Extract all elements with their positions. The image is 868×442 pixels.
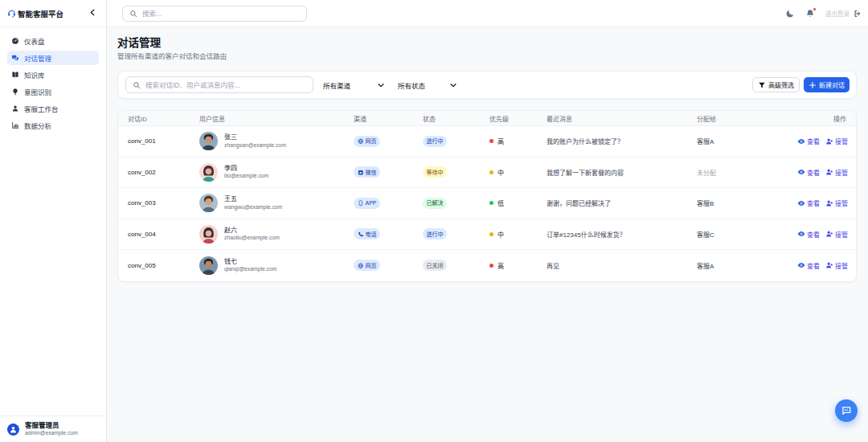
admin-avatar bbox=[7, 424, 19, 436]
actions-cell: 查看接管 bbox=[797, 137, 848, 145]
actions-cell: 查看接管 bbox=[797, 168, 848, 177]
column-header: 最近消息 bbox=[547, 114, 697, 123]
sidebar-logo-row: 智能客服平台 bbox=[0, 0, 106, 27]
sidebar-user[interactable]: 客服管理员 admin@example.com bbox=[0, 415, 106, 442]
logout-button[interactable]: 退出登录 bbox=[825, 9, 862, 18]
status-cell: 进行中 bbox=[423, 228, 489, 239]
sidebar-item-3[interactable]: 知识库 bbox=[7, 68, 99, 82]
eye-icon bbox=[797, 168, 805, 176]
priority-cell: 高 bbox=[489, 261, 547, 270]
takeover-button[interactable]: 接管 bbox=[825, 230, 848, 239]
column-header: 操作 bbox=[797, 114, 846, 123]
status-cell: 进行中 bbox=[423, 136, 489, 147]
status-badge: 已解决 bbox=[423, 198, 447, 209]
view-button[interactable]: 查看 bbox=[797, 198, 820, 207]
view-button[interactable]: 查看 bbox=[797, 137, 820, 145]
sidebar-item-label: 数据分析 bbox=[24, 121, 51, 130]
user-plus-icon bbox=[825, 261, 833, 269]
dark-mode-toggle[interactable] bbox=[785, 9, 795, 18]
lightbulb-icon bbox=[11, 88, 19, 96]
sidebar-item-1[interactable]: 仪表盘 bbox=[7, 34, 99, 48]
moon-icon bbox=[785, 9, 795, 18]
user-avatar bbox=[199, 163, 218, 182]
priority-label: 低 bbox=[497, 198, 504, 207]
wechat-icon bbox=[358, 170, 364, 176]
channel-badge: 网页 bbox=[354, 260, 380, 271]
channel-filter-select[interactable]: 所有渠道 bbox=[323, 80, 385, 90]
column-header: 分配给 bbox=[697, 114, 797, 123]
priority-dot bbox=[489, 139, 493, 143]
eye-icon bbox=[797, 137, 805, 145]
new-conversation-button[interactable]: 新建对话 bbox=[804, 77, 850, 92]
sidebar-item-4[interactable]: 意图识别 bbox=[7, 84, 99, 99]
user-name: 王五 bbox=[224, 195, 282, 203]
conversation-search-input[interactable] bbox=[145, 81, 306, 89]
bar-chart-icon bbox=[11, 121, 19, 129]
advanced-filter-button[interactable]: 高级筛选 bbox=[752, 77, 800, 92]
actions-cell: 查看接管 bbox=[797, 261, 848, 270]
status-badge: 进行中 bbox=[423, 228, 447, 239]
assignee: 客服A bbox=[697, 137, 797, 145]
user-email: wangwu@example.com bbox=[224, 204, 282, 211]
recent-message: 我想了解一下新套餐的内容 bbox=[547, 168, 697, 177]
sidebar-item-5[interactable]: 客服工作台 bbox=[7, 101, 99, 116]
conversation-search[interactable] bbox=[125, 76, 313, 93]
table-row: conv_004赵六zhaoliu@example.com电话进行中中订单#12… bbox=[118, 219, 856, 251]
view-button[interactable]: 查看 bbox=[797, 230, 820, 239]
sidebar-item-2[interactable]: 对话管理 bbox=[7, 51, 99, 65]
column-header: 用户信息 bbox=[199, 114, 354, 123]
global-search[interactable] bbox=[122, 6, 307, 22]
priority-cell: 中 bbox=[489, 168, 547, 177]
user-email: lisi@example.com bbox=[224, 173, 268, 180]
user-plus-icon bbox=[825, 168, 833, 176]
chevron-down-icon bbox=[377, 81, 385, 89]
status-filter-select[interactable]: 所有状态 bbox=[398, 80, 457, 90]
user-cell: 赵六zhaoliu@example.com bbox=[199, 225, 354, 244]
table-row: conv_003王五wangwu@example.comAPP已解决低谢谢，问题… bbox=[118, 188, 856, 219]
column-header: 对话ID bbox=[128, 114, 199, 123]
user-avatar bbox=[199, 256, 218, 275]
conversation-id: conv_003 bbox=[128, 199, 199, 207]
sidebar-item-6[interactable]: 数据分析 bbox=[7, 118, 99, 133]
conversations-table: 对话ID用户信息渠道状态优先级最近消息分配给操作 conv_001张三zhang… bbox=[117, 110, 857, 282]
user-cell: 张三zhangsan@example.com bbox=[199, 132, 354, 150]
takeover-button[interactable]: 接管 bbox=[825, 198, 848, 207]
notifications-button[interactable] bbox=[805, 9, 815, 18]
user-name: 赵六 bbox=[224, 227, 280, 235]
view-button[interactable]: 查看 bbox=[797, 168, 820, 177]
sidebar-item-label: 客服工作台 bbox=[24, 104, 59, 113]
user-cell: 钱七qianqi@example.com bbox=[199, 256, 354, 275]
channel-cell: 网页 bbox=[354, 136, 423, 147]
channel-cell: 网页 bbox=[354, 260, 423, 271]
takeover-button[interactable]: 接管 bbox=[825, 137, 848, 145]
sidebar-collapse-button[interactable] bbox=[86, 7, 99, 20]
priority-label: 中 bbox=[497, 168, 504, 177]
eye-icon bbox=[797, 199, 805, 207]
conversation-id: conv_004 bbox=[128, 231, 199, 238]
recent-message: 我的账户为什么被锁定了？ bbox=[547, 137, 697, 145]
channel-badge: 网页 bbox=[354, 136, 380, 147]
status-badge: 等待中 bbox=[423, 166, 447, 178]
priority-dot bbox=[489, 232, 493, 236]
channel-badge: 电话 bbox=[354, 228, 380, 239]
user-plus-icon bbox=[825, 137, 833, 145]
user-avatar bbox=[199, 225, 218, 244]
logout-label: 退出登录 bbox=[825, 9, 850, 18]
priority-dot bbox=[489, 170, 493, 174]
globe-icon bbox=[358, 138, 364, 145]
view-button[interactable]: 查看 bbox=[797, 261, 820, 270]
user-email: zhangsan@example.com bbox=[224, 142, 286, 149]
user-plus-icon bbox=[825, 230, 833, 238]
status-badge: 已关闭 bbox=[423, 260, 447, 271]
takeover-button[interactable]: 接管 bbox=[825, 261, 848, 270]
chevron-down-icon bbox=[449, 81, 457, 89]
chat-fab-button[interactable] bbox=[835, 399, 858, 422]
column-header: 优先级 bbox=[489, 114, 547, 123]
admin-email: admin@example.com bbox=[25, 430, 78, 436]
assignee: 客服C bbox=[697, 230, 797, 239]
priority-dot bbox=[489, 264, 493, 268]
conversation-id: conv_002 bbox=[128, 169, 199, 176]
takeover-button[interactable]: 接管 bbox=[825, 168, 848, 177]
global-search-input[interactable] bbox=[142, 10, 300, 18]
mobile-icon bbox=[358, 200, 364, 207]
